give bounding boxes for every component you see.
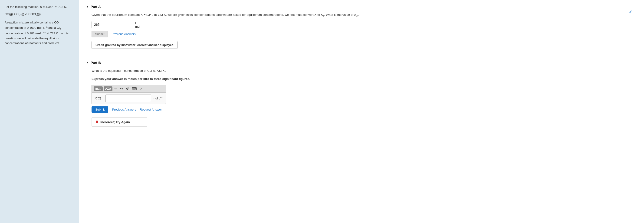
part-b-section: ▼ Part B What is the equilibrium concent… bbox=[86, 61, 637, 126]
math-label: [CO] = bbox=[94, 97, 104, 100]
part-b-request-answer-link[interactable]: Request Answer bbox=[140, 108, 162, 111]
math-input-area: [CO] = mol L−1 bbox=[92, 93, 166, 104]
right-panel-inner: ✔ ▼ Part A Given that the equilibrium co… bbox=[86, 5, 637, 126]
part-a-unit: Lmol bbox=[135, 21, 140, 28]
x-icon: ✖ bbox=[96, 120, 98, 124]
part-b-prev-answers-link[interactable]: Previous Answers bbox=[112, 108, 136, 111]
divider bbox=[86, 56, 637, 56]
part-a-question: Given that the equilibrium constant K =4… bbox=[92, 12, 637, 18]
right-panel: ✔ ▼ Part A Given that the equilibrium co… bbox=[79, 0, 644, 223]
part-b-incorrect-box: ✖ Incorrect; Try Again bbox=[92, 117, 147, 126]
part-b-subquestion: Express your answer in moles per litre t… bbox=[92, 76, 637, 82]
part-a-content: Given that the equilibrium constant K =4… bbox=[86, 12, 637, 49]
part-a-header[interactable]: ▼ Part A bbox=[86, 5, 637, 8]
math-matrix-btn[interactable]: ▦√□ bbox=[94, 86, 103, 91]
part-b-content: What is the equilibrium concentration of… bbox=[86, 68, 637, 126]
part-a-credit-box: Credit granted by instructor; correct an… bbox=[92, 41, 178, 49]
math-greek-btn[interactable]: ΑΣφ bbox=[104, 86, 112, 91]
chevron-a-icon: ▼ bbox=[86, 5, 89, 8]
part-b-header[interactable]: ▼ Part B bbox=[86, 61, 637, 64]
part-b-input[interactable] bbox=[106, 94, 151, 102]
part-b-submit-button[interactable]: Submit bbox=[92, 106, 108, 113]
math-unit: mol L−1 bbox=[153, 96, 163, 100]
math-toolbar: ▦√□ ΑΣφ ↩ ↪ ↺ ⌨ ? bbox=[92, 85, 166, 93]
math-editor: ▦√□ ΑΣφ ↩ ↪ ↺ ⌨ ? [CO] = mol L−1 bbox=[92, 85, 166, 104]
part-b-title: Part B bbox=[90, 61, 101, 64]
chevron-b-icon: ▼ bbox=[86, 61, 89, 64]
part-a-prev-answers-link[interactable]: Previous Answers bbox=[112, 32, 136, 36]
part-a-submit-button[interactable]: Submit bbox=[92, 31, 108, 38]
part-b-question: What is the equilibrium concentration of… bbox=[92, 68, 637, 74]
part-a-section: ▼ Part A Given that the equilibrium cons… bbox=[86, 5, 637, 49]
incorrect-text: Incorrect; Try Again bbox=[100, 120, 130, 124]
part-a-title: Part A bbox=[90, 5, 101, 8]
reaction-equation: CO(g) + Cl2(g) ⇌ COCl2(g) bbox=[5, 12, 74, 17]
math-keyboard-btn[interactable]: ⌨ bbox=[131, 86, 138, 91]
part-a-actions: Submit Previous Answers bbox=[92, 31, 637, 38]
math-redo-btn[interactable]: ↪ bbox=[119, 86, 124, 91]
part-a-answer-row: Lmol bbox=[92, 21, 637, 28]
left-panel: For the following reaction, K = 4.342 at… bbox=[0, 0, 79, 223]
math-refresh-btn[interactable]: ↺ bbox=[125, 86, 130, 91]
part-a-input[interactable] bbox=[92, 21, 133, 28]
checkmark-icon: ✔ bbox=[629, 9, 632, 14]
reaction-description: A reaction mixture initially contains a … bbox=[5, 20, 74, 46]
reaction-intro: For the following reaction, K = 4.342 at… bbox=[5, 5, 74, 10]
math-help-btn[interactable]: ? bbox=[139, 86, 142, 91]
math-undo-btn[interactable]: ↩ bbox=[113, 86, 118, 91]
part-b-actions: Submit Previous Answers Request Answer bbox=[92, 106, 637, 113]
